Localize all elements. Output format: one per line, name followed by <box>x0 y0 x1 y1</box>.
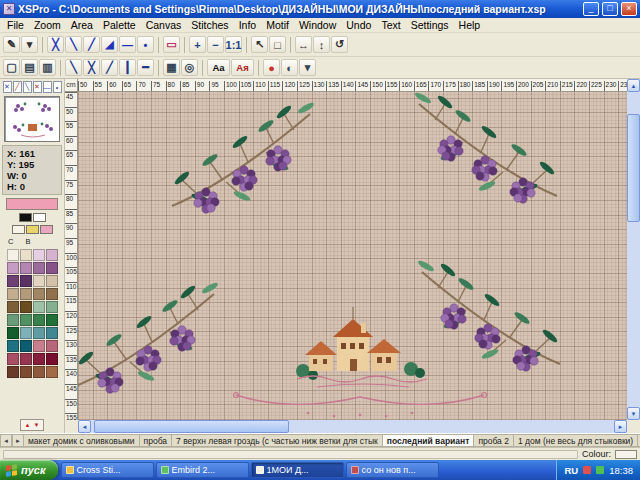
pattern-tab-4[interactable]: последний вариант <box>383 434 475 447</box>
menu-item-file[interactable]: File <box>2 19 29 31</box>
color-swatch[interactable] <box>12 225 25 234</box>
palette-color-cell[interactable] <box>7 262 19 274</box>
more-tools-icon[interactable]: ▾ <box>299 59 316 76</box>
back-stitch-tool-icon[interactable]: — <box>43 81 52 93</box>
tab-scroll-right-icon[interactable]: ► <box>12 434 24 447</box>
language-indicator[interactable]: RU <box>564 465 578 476</box>
zoom-1to1-icon[interactable]: 1:1 <box>225 36 242 53</box>
tray-status-icon[interactable] <box>596 466 604 474</box>
scroll-left-icon[interactable]: ◄ <box>78 420 91 433</box>
text-latin-icon[interactable]: Aa <box>207 59 230 76</box>
menu-item-undo[interactable]: Undo <box>341 19 376 31</box>
french-knot-icon[interactable]: • <box>137 36 154 53</box>
palette-color-cell[interactable] <box>33 262 45 274</box>
menu-item-motif[interactable]: Motif <box>261 19 294 31</box>
petite-cross-tool-icon[interactable]: ✕ <box>33 81 42 93</box>
open-file-icon[interactable]: ▤ <box>21 59 38 76</box>
select-area-icon[interactable]: □ <box>269 36 286 53</box>
zoom-out-icon[interactable]: − <box>207 36 224 53</box>
menu-item-settings[interactable]: Settings <box>406 19 454 31</box>
text-cyrillic-icon[interactable]: Ая <box>231 59 254 76</box>
back-stitch-icon[interactable]: — <box>119 36 136 53</box>
scroll-down-icon[interactable]: ▼ <box>627 407 640 420</box>
full-stitch-icon[interactable]: ╳ <box>47 36 64 53</box>
color-swatch[interactable] <box>19 213 32 222</box>
palette-color-cell[interactable] <box>20 275 32 287</box>
palette-color-cell[interactable] <box>46 314 58 326</box>
pattern-tab-3[interactable]: 7 верхн левая гроздь (с частью ниж ветки… <box>172 434 383 447</box>
three-quarter-stitch-icon[interactable]: ◢ <box>101 36 118 53</box>
palette-color-cell[interactable] <box>46 249 58 261</box>
tab-scroll-left-icon[interactable]: ◄ <box>0 434 12 447</box>
close-button[interactable]: × <box>621 2 637 16</box>
spinner-up-icon[interactable]: ▲ <box>25 422 31 428</box>
palette-color-cell[interactable] <box>20 249 32 261</box>
grid-toggle-icon[interactable]: ▦ <box>163 59 180 76</box>
palette-scroll-spinner[interactable]: ▲▼ <box>20 419 44 431</box>
palette-color-cell[interactable] <box>7 366 19 378</box>
stitch-navy-back-icon[interactable]: ╲ <box>65 59 82 76</box>
palette-color-cell[interactable] <box>33 340 45 352</box>
menu-item-zoom[interactable]: Zoom <box>29 19 66 31</box>
palette-color-cell[interactable] <box>20 353 32 365</box>
palette-color-cell[interactable] <box>20 327 32 339</box>
half-stitch-icon[interactable]: ╲ <box>65 36 82 53</box>
palette-color-cell[interactable] <box>33 314 45 326</box>
palette-color-cell[interactable] <box>46 262 58 274</box>
palette-color-cell[interactable] <box>46 275 58 287</box>
palette-color-cell[interactable] <box>7 301 19 313</box>
menu-item-stitches[interactable]: Stitches <box>186 19 233 31</box>
menu-item-text[interactable]: Text <box>376 19 405 31</box>
palette-color-cell[interactable] <box>46 288 58 300</box>
cursor-icon[interactable]: ↖ <box>251 36 268 53</box>
design-canvas[interactable] <box>78 92 627 420</box>
palette-color-cell[interactable] <box>33 288 45 300</box>
palette-color-cell[interactable] <box>20 262 32 274</box>
pencil-icon[interactable]: ✎ <box>3 36 20 53</box>
palette-color-cell[interactable] <box>46 353 58 365</box>
scroll-up-icon[interactable]: ▲ <box>627 79 640 92</box>
start-button[interactable]: пуск <box>0 460 58 480</box>
palette-color-cell[interactable] <box>7 327 19 339</box>
palette-color-cell[interactable] <box>7 353 19 365</box>
center-view-icon[interactable]: ◎ <box>181 59 198 76</box>
menu-item-info[interactable]: Info <box>234 19 262 31</box>
save-file-icon[interactable]: ▥ <box>39 59 56 76</box>
scroll-right-icon[interactable]: ► <box>614 420 627 433</box>
color-mode-icon[interactable]: ● <box>263 59 280 76</box>
palette-color-cell[interactable] <box>33 275 45 287</box>
symbol-mode-icon[interactable]: ◐ <box>281 59 298 76</box>
palette-color-cell[interactable] <box>20 301 32 313</box>
palette-color-cell[interactable] <box>46 301 58 313</box>
mirror-vertical-icon[interactable]: ↕ <box>313 36 330 53</box>
pattern-tab-6[interactable]: 1 дом (не весь для стыковки) <box>514 434 638 447</box>
stitch-navy-horiz-icon[interactable]: ━ <box>137 59 154 76</box>
horizontal-scrollbar[interactable]: ◄ ► <box>78 420 627 433</box>
horizontal-scroll-thumb[interactable] <box>94 420 289 433</box>
color-swatch[interactable] <box>33 213 46 222</box>
pattern-tab-2[interactable]: проба <box>140 434 172 447</box>
palette-color-cell[interactable] <box>20 340 32 352</box>
palette-color-cell[interactable] <box>33 327 45 339</box>
menu-item-window[interactable]: Window <box>294 19 341 31</box>
taskbar-task-4[interactable]: со он нов п... <box>346 462 439 478</box>
eraser-icon[interactable]: ▭ <box>163 36 180 53</box>
minimize-button[interactable]: _ <box>583 2 599 16</box>
palette-color-cell[interactable] <box>7 314 19 326</box>
palette-color-cell[interactable] <box>33 249 45 261</box>
menu-item-help[interactable]: Help <box>454 19 486 31</box>
color-swatch[interactable] <box>26 225 39 234</box>
palette-color-cell[interactable] <box>7 275 19 287</box>
vertical-scroll-thumb[interactable] <box>627 114 640 222</box>
palette-color-cell[interactable] <box>46 327 58 339</box>
maximize-button[interactable]: □ <box>602 2 618 16</box>
palette-color-cell[interactable] <box>33 366 45 378</box>
menu-item-canvas[interactable]: Canvas <box>141 19 187 31</box>
palette-color-cell[interactable] <box>46 366 58 378</box>
zoom-in-icon[interactable]: + <box>189 36 206 53</box>
palette-color-cell[interactable] <box>7 288 19 300</box>
menu-item-palette[interactable]: Palette <box>98 19 141 31</box>
vertical-scrollbar[interactable]: ▲ ▼ <box>627 79 640 420</box>
pattern-tab-1[interactable]: макет домик с оливковыми <box>24 434 140 447</box>
palette-color-cell[interactable] <box>46 340 58 352</box>
